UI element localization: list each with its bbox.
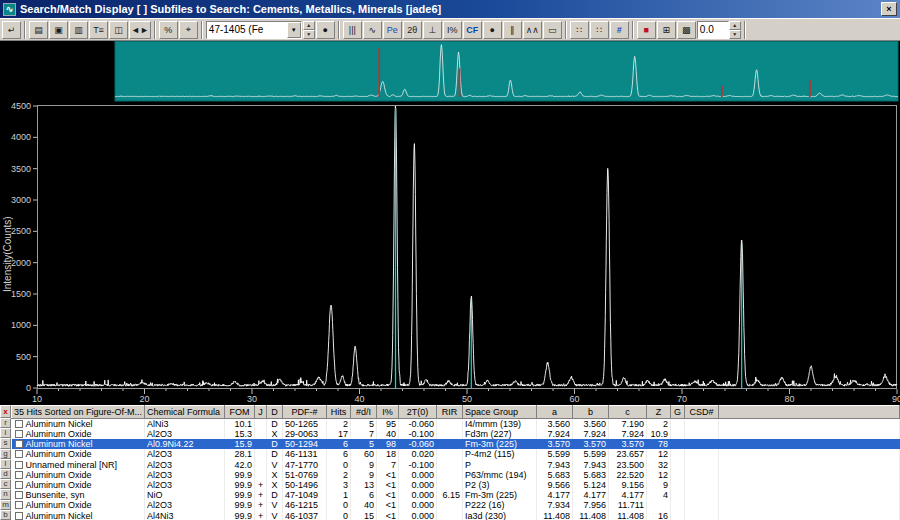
hit-row[interactable]: Unnamed mineral [NR]Al2O342.0V47-1770097… bbox=[12, 460, 900, 470]
column-header-hits[interactable]: Hits bbox=[327, 406, 351, 419]
cell-name[interactable]: Aluminum Nickel bbox=[12, 419, 145, 430]
spin-up-icon[interactable]: ▲ bbox=[729, 21, 741, 30]
row-checkbox[interactable] bbox=[15, 512, 23, 520]
column-header-csd[interactable]: CSD# bbox=[685, 406, 719, 419]
spinbox-value[interactable]: 0.0 bbox=[697, 21, 729, 39]
cell-name[interactable]: Unnamed mineral [NR] bbox=[12, 460, 145, 470]
row-checkbox[interactable] bbox=[15, 491, 23, 499]
two-theta-button[interactable]: 2θ bbox=[403, 21, 422, 39]
overview-strip-svg[interactable] bbox=[0, 41, 900, 102]
phase-select-combo[interactable]: 47-1405 (Fe▼ bbox=[206, 21, 302, 39]
tile-view-button[interactable]: ◫ bbox=[109, 21, 128, 39]
color-button[interactable]: ● bbox=[316, 21, 335, 39]
hit-row[interactable]: Aluminum NickelAl0.9Ni4.2215.9D50-129465… bbox=[12, 439, 900, 449]
column-header-fom[interactable]: FOM bbox=[225, 406, 255, 419]
print-button[interactable]: ▤ bbox=[29, 21, 48, 39]
cell-name[interactable]: Bunsenite, syn bbox=[12, 490, 145, 500]
phase-spinner[interactable]: ▲▼ bbox=[303, 21, 315, 39]
row-strip-button-s[interactable]: s bbox=[0, 438, 11, 448]
column-header-ipct[interactable]: I% bbox=[377, 406, 399, 419]
column-header-j[interactable]: J bbox=[255, 406, 267, 419]
peaks-button[interactable]: ∧∧ bbox=[523, 21, 542, 39]
chevron-down-icon[interactable]: ▼ bbox=[287, 22, 301, 38]
column-header-formula[interactable]: Chemical Formula bbox=[145, 406, 225, 419]
hit-row[interactable]: Aluminum OxideAl2O399.9+X50-1496313<10.0… bbox=[12, 480, 900, 490]
row-strip-button-x[interactable]: x bbox=[0, 405, 11, 418]
column-header-a[interactable]: a bbox=[537, 406, 573, 419]
column-header-tt[interactable]: 2T(0) bbox=[399, 406, 437, 419]
column-header-c[interactable]: c bbox=[609, 406, 647, 419]
row-checkbox[interactable] bbox=[15, 440, 23, 448]
report-button[interactable]: ▥ bbox=[69, 21, 88, 39]
row-strip-button-r[interactable]: r bbox=[0, 418, 11, 428]
cell-name[interactable]: Aluminum Oxide bbox=[12, 470, 145, 480]
fill-circle-button[interactable]: ● bbox=[483, 21, 502, 39]
spin-down-icon[interactable]: ▼ bbox=[303, 30, 315, 39]
row-checkbox[interactable] bbox=[15, 481, 23, 489]
peak-edit-button[interactable]: Pe bbox=[383, 21, 402, 39]
offset-spinbox[interactable]: 0.0▲▼ bbox=[697, 21, 741, 39]
intensity-scale-button[interactable]: I% bbox=[443, 21, 462, 39]
cell-name[interactable]: Aluminum Oxide bbox=[12, 500, 145, 510]
column-header-sg[interactable]: Space Group bbox=[463, 406, 537, 419]
row-strip-button-m[interactable]: m bbox=[0, 500, 11, 510]
hit-row[interactable]: Aluminum NickelAlNi310.1D50-12652595-0.0… bbox=[12, 419, 900, 430]
hash-button[interactable]: # bbox=[610, 21, 629, 39]
close-button[interactable]: × bbox=[881, 2, 897, 16]
main-pattern-svg[interactable]: 0500100015002000250030003500400045001020… bbox=[0, 102, 900, 405]
hit-row[interactable]: Aluminum OxideAl2O315.3X29-006317740-0.1… bbox=[12, 429, 900, 439]
column-header-z[interactable]: Z bbox=[647, 406, 671, 419]
pin-button[interactable]: ⌖ bbox=[179, 21, 198, 39]
hit-row[interactable]: Bunsenite, synNiO99.9+D47-104916<10.0006… bbox=[12, 490, 900, 500]
hit-row[interactable]: Aluminum OxideAl2O399.9+V46-1215040<10.0… bbox=[12, 500, 900, 510]
hit-row[interactable]: Aluminum OxideAl2O399.9X51-076929<10.000… bbox=[12, 470, 900, 480]
spinbox-spinner[interactable]: ▲▼ bbox=[729, 21, 741, 39]
row-strip-button-d[interactable]: d bbox=[0, 469, 11, 479]
row-strip-button-g[interactable]: g bbox=[0, 449, 11, 459]
hit-row[interactable]: Aluminum NickelAl4Ni399.9+V46-1037015<10… bbox=[12, 511, 900, 520]
prev-next-button[interactable]: ◄► bbox=[129, 21, 151, 39]
row-checkbox[interactable] bbox=[15, 430, 23, 438]
spin-up-icon[interactable]: ▲ bbox=[303, 21, 315, 30]
row-strip-button-l[interactable]: l bbox=[0, 459, 11, 469]
column-header-b[interactable]: b bbox=[573, 406, 609, 419]
row-strip-button-n[interactable]: n bbox=[0, 489, 11, 499]
overlay-sticks-button[interactable]: ∥ bbox=[503, 21, 522, 39]
range-box-button[interactable]: ▭ bbox=[543, 21, 562, 39]
profile-button[interactable]: ∿ bbox=[363, 21, 382, 39]
red-square-button[interactable]: ■ bbox=[637, 21, 656, 39]
cell-name[interactable]: Aluminum Oxide bbox=[12, 480, 145, 490]
row-strip-button-i[interactable]: i bbox=[0, 428, 11, 438]
overview-strip-plot[interactable] bbox=[0, 41, 900, 102]
text-view-button[interactable]: T≡ bbox=[89, 21, 108, 39]
row-strip-button-b[interactable]: b bbox=[0, 510, 11, 520]
grid-button[interactable]: ⊞ bbox=[657, 21, 676, 39]
column-header-name[interactable]: 35 Hits Sorted on Figure-Of-M... bbox=[12, 406, 145, 419]
row-checkbox[interactable] bbox=[15, 420, 23, 428]
column-header-g[interactable]: G bbox=[671, 406, 685, 419]
column-header-dl[interactable]: #d/I bbox=[351, 406, 377, 419]
row-strip-button-c[interactable]: c bbox=[0, 479, 11, 489]
cell-name[interactable]: Aluminum Oxide bbox=[12, 429, 145, 439]
row-checkbox[interactable] bbox=[15, 461, 23, 469]
save-button[interactable]: ▣ bbox=[49, 21, 68, 39]
row-checkbox[interactable] bbox=[15, 501, 23, 509]
spin-down-icon[interactable]: ▼ bbox=[729, 30, 741, 39]
row-checkbox[interactable] bbox=[15, 450, 23, 458]
dots-left-button[interactable]: ∷ bbox=[570, 21, 589, 39]
row-checkbox[interactable] bbox=[15, 471, 23, 479]
cell-name[interactable]: Aluminum Nickel bbox=[12, 511, 145, 520]
apply-button[interactable]: ↵ bbox=[2, 21, 21, 39]
column-header-d[interactable]: D bbox=[267, 406, 283, 419]
baseline-button[interactable]: ⊥ bbox=[423, 21, 442, 39]
column-header-rir[interactable]: RIR bbox=[437, 406, 463, 419]
cf-button[interactable]: CF bbox=[463, 21, 482, 39]
main-pattern-plot[interactable]: 0500100015002000250030003500400045001020… bbox=[0, 102, 900, 405]
percent-button[interactable]: % bbox=[159, 21, 178, 39]
column-header-pdf[interactable]: PDF-# bbox=[283, 406, 327, 419]
dots-right-button[interactable]: ∷ bbox=[590, 21, 609, 39]
hit-row[interactable]: Aluminum OxideAl2O328.1D46-1131660180.02… bbox=[12, 449, 900, 459]
cell-name[interactable]: Aluminum Oxide bbox=[12, 449, 145, 459]
cell-name[interactable]: Aluminum Nickel bbox=[12, 439, 145, 449]
image-button[interactable]: ▩ bbox=[677, 21, 696, 39]
